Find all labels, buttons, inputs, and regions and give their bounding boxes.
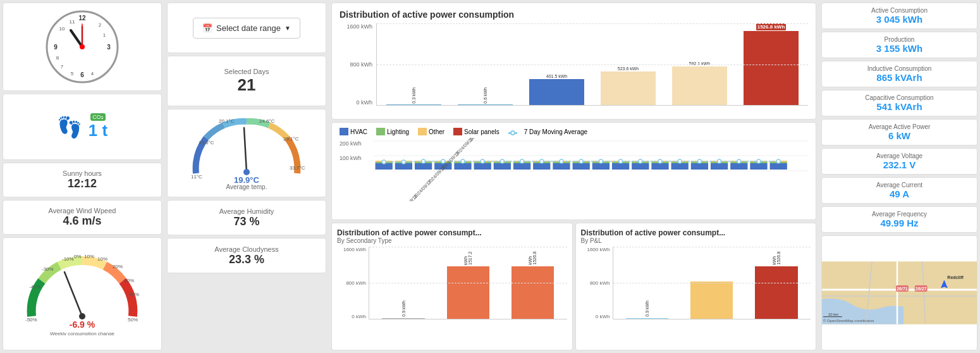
svg-point-113 bbox=[422, 159, 426, 163]
svg-text:10: 10 bbox=[59, 26, 65, 32]
svg-text:8: 8 bbox=[56, 55, 59, 61]
legend-solar: Solar panels bbox=[453, 128, 499, 135]
bottom-right-subtitle: By P&L bbox=[581, 237, 811, 244]
avg-humidity-label: Average Humidity bbox=[219, 207, 274, 215]
svg-rect-93 bbox=[671, 163, 689, 170]
svg-text:50%: 50% bbox=[128, 317, 138, 323]
svg-rect-54 bbox=[415, 163, 432, 170]
active-consumption-card: Active Consumption 3 045 kWh bbox=[821, 3, 977, 29]
svg-text:Weekly consumption change: Weekly consumption change bbox=[50, 331, 115, 335]
bottom-left-chart-area: 1600 kWh 800 kWh 0 kWh 0.9 kWh bbox=[337, 247, 567, 319]
avg-voltage-value: 232.1 V bbox=[828, 159, 971, 170]
svg-rect-102 bbox=[730, 163, 747, 170]
map-svg: Redcliff 26/71 26/27 © OpenStreetMap con… bbox=[822, 236, 977, 350]
col2: 📅 Select date range ▼ Selected Days 21 bbox=[164, 0, 329, 353]
svg-point-123 bbox=[619, 159, 623, 163]
legend-other: Other bbox=[418, 128, 444, 135]
svg-point-121 bbox=[579, 159, 583, 163]
avg-humidity-card: Average Humidity 73 % bbox=[167, 200, 326, 235]
sunny-hours-value: 12:12 bbox=[68, 177, 97, 190]
avg-frequency-card: Average Frequency 49.99 Hz bbox=[821, 206, 977, 233]
chevron-down-icon: ▼ bbox=[285, 25, 291, 32]
svg-text:4: 4 bbox=[91, 71, 94, 77]
footprint-icon: 👣 bbox=[57, 115, 82, 139]
bottom-left-title: Distribution of active power consumpt... bbox=[337, 228, 567, 237]
temp-gauge-card: 11°C 15.6°C 20.1°C 24.6°C 29.1°C 33.7°C … bbox=[167, 109, 326, 197]
temp-gauge-svg: 11°C 15.6°C 20.1°C 24.6°C 29.1°C 33.7°C … bbox=[183, 116, 310, 186]
svg-rect-69 bbox=[513, 163, 530, 170]
svg-text:29.1°C: 29.1°C bbox=[283, 136, 299, 142]
dashboard: 12 3 6 9 2 1 11 10 8 7 5 4 bbox=[0, 0, 980, 353]
svg-text:24.6°C: 24.6°C bbox=[259, 118, 275, 124]
svg-point-112 bbox=[401, 160, 405, 164]
clock-card: 12 3 6 9 2 1 11 10 8 7 5 4 bbox=[3, 3, 162, 91]
svg-point-41 bbox=[243, 169, 250, 175]
svg-text:30%: 30% bbox=[124, 278, 134, 283]
legend-hvac: HVAC bbox=[340, 128, 367, 135]
svg-text:11°C: 11°C bbox=[191, 174, 202, 180]
line-chart-svg: 200 kWh 100 kWh bbox=[340, 138, 808, 201]
bottom-right-chart: Distribution of active power consumpt...… bbox=[575, 223, 817, 350]
svg-text:-50%: -50% bbox=[25, 317, 37, 323]
col4: Active Consumption 3 045 kWh Production … bbox=[819, 0, 980, 353]
svg-point-116 bbox=[481, 159, 484, 163]
svg-text:9: 9 bbox=[54, 44, 58, 51]
legend-moving-avg: 7 Day Moving Average bbox=[508, 128, 587, 135]
svg-rect-84 bbox=[612, 163, 629, 170]
svg-text:6: 6 bbox=[80, 71, 84, 78]
inductive-label: Inductive Consumption bbox=[828, 65, 971, 72]
sunny-hours-label: Sunny hours bbox=[63, 170, 102, 177]
svg-point-120 bbox=[560, 159, 563, 163]
svg-rect-90 bbox=[651, 163, 668, 170]
selected-days-label: Selected Days bbox=[224, 68, 269, 75]
production-label: Production bbox=[828, 36, 971, 43]
svg-text:Redcliff: Redcliff bbox=[947, 275, 964, 280]
co2-badge: CO₂ bbox=[90, 113, 106, 121]
svg-text:33.7°C: 33.7°C bbox=[290, 165, 305, 171]
date-range-label: Select date range bbox=[216, 23, 281, 33]
svg-text:7: 7 bbox=[61, 64, 64, 70]
capacitive-label: Capacitive Consumption bbox=[828, 94, 971, 101]
avg-active-power-card: Average Active Power 6 kW bbox=[821, 119, 977, 146]
svg-point-16 bbox=[80, 44, 85, 49]
svg-text:-10%: -10% bbox=[62, 256, 74, 262]
svg-line-40 bbox=[244, 128, 247, 172]
svg-point-124 bbox=[639, 159, 642, 163]
avg-cloudyness-card: Average Cloudyness 23.3 % bbox=[167, 238, 326, 273]
avg-wind-value: 4.6 m/s bbox=[63, 214, 101, 228]
svg-point-119 bbox=[540, 159, 544, 163]
svg-text:-30%: -30% bbox=[42, 266, 54, 272]
svg-text:200 kWh: 200 kWh bbox=[340, 140, 362, 147]
svg-text:2: 2 bbox=[99, 22, 102, 28]
svg-text:© OpenStreetMap contributors: © OpenStreetMap contributors bbox=[823, 319, 874, 323]
svg-text:20%: 20% bbox=[113, 264, 123, 269]
sunny-hours-card: Sunny hours 12:12 bbox=[3, 163, 162, 197]
legend-lighting: Lighting bbox=[376, 128, 409, 135]
clock-face: 12 3 6 9 2 1 11 10 8 7 5 4 bbox=[44, 9, 120, 85]
co2-value: 1 t bbox=[89, 121, 107, 140]
svg-text:20.1°C: 20.1°C bbox=[219, 118, 235, 124]
date-range-button[interactable]: 📅 Select date range ▼ bbox=[193, 18, 300, 39]
inductive-card: Inductive Consumption 865 kVArh bbox=[821, 61, 977, 87]
svg-point-115 bbox=[461, 159, 465, 163]
bottom-left-chart: Distribution of active power consumpt...… bbox=[331, 223, 573, 350]
line-chart-area: 200 kWh 100 kWh bbox=[340, 138, 808, 201]
avg-wind-label: Average Wind Wpeed bbox=[49, 207, 116, 214]
svg-line-29 bbox=[64, 272, 82, 316]
date-select-card: 📅 Select date range ▼ bbox=[167, 3, 326, 53]
avg-temp-label: Average temp. bbox=[226, 183, 267, 190]
svg-text:3: 3 bbox=[107, 44, 111, 51]
avg-cloudyness-label: Average Cloudyness bbox=[214, 245, 278, 253]
bottom-right-chart-area: 1600 kWh 800 kWh 0 kWh 0.9 kWh bbox=[581, 247, 811, 319]
svg-point-128 bbox=[718, 159, 721, 163]
svg-point-30 bbox=[79, 313, 85, 319]
svg-rect-78 bbox=[573, 163, 590, 170]
bars-container: 0.3 kWh 0.6 kWh 401.5 kWh bbox=[376, 23, 808, 106]
svg-point-131 bbox=[776, 159, 780, 163]
consumption-gauge: -50% -40% -30% -10% 0% 10% 10% 20% 30% 4… bbox=[19, 253, 145, 335]
y-label-bot: 0 kWh bbox=[340, 99, 372, 106]
main-bar-chart-card: Distribution of active power consumption… bbox=[331, 3, 816, 120]
svg-text:11: 11 bbox=[70, 19, 75, 25]
bottom-charts-row: Distribution of active power consumpt...… bbox=[331, 223, 816, 350]
svg-point-125 bbox=[658, 159, 662, 163]
